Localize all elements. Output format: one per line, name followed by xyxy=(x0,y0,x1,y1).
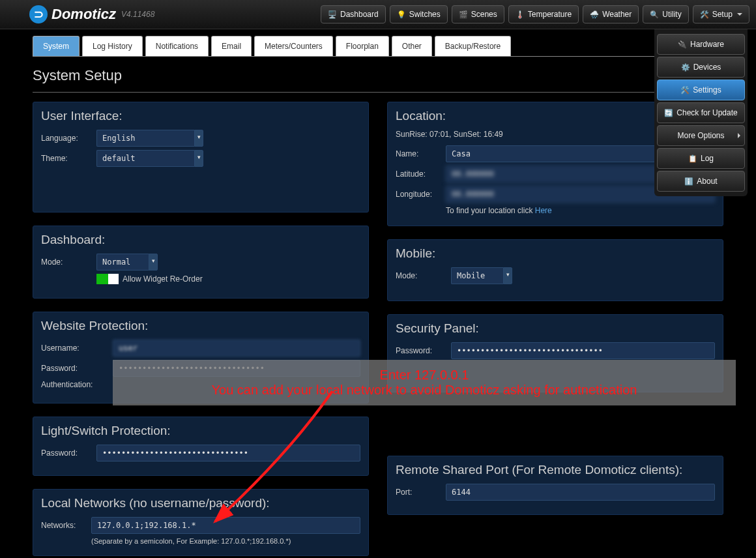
card-heading: Website Protection: xyxy=(41,319,360,333)
card-heading: Security Panel: xyxy=(396,321,715,336)
menu-hardware[interactable]: 🔌Hardware xyxy=(657,34,745,55)
hardware-icon: 🔌 xyxy=(678,40,687,49)
about-icon: ℹ️ xyxy=(684,177,693,186)
sec-password-input[interactable] xyxy=(451,342,715,359)
card-mobile: Mobile: Mode: ▾ xyxy=(387,239,723,301)
here-link[interactable]: Here xyxy=(535,206,552,215)
language-label: Language: xyxy=(41,134,96,143)
loc-hint: To find your location click xyxy=(446,206,535,215)
username-input[interactable] xyxy=(113,340,360,357)
card-heading: Light/Switch Protection: xyxy=(41,424,360,438)
menu-more-options[interactable]: More Options xyxy=(657,125,745,146)
networks-label: Networks: xyxy=(41,521,91,530)
tab-meters[interactable]: Meters/Counters xyxy=(254,36,333,56)
reorder-label: Allow Widget Re-Order xyxy=(123,274,203,284)
setup-icon: 🛠️ xyxy=(700,10,709,19)
tab-email[interactable]: Email xyxy=(211,36,252,56)
card-heading: Mobile: xyxy=(396,246,715,261)
dashboard-icon: 🖥️ xyxy=(328,10,337,19)
logo: ⊃ Domoticz V4.11468 xyxy=(29,5,154,23)
weather-icon: 🌧️ xyxy=(590,10,599,19)
tab-backup[interactable]: Backup/Restore xyxy=(435,36,511,56)
tab-bar: System Log History Notifications Email M… xyxy=(33,36,723,57)
lat-label: Latitude: xyxy=(396,169,446,179)
nav-scenes[interactable]: 🎬Scenes xyxy=(452,5,504,23)
chevron-down-icon[interactable]: ▾ xyxy=(194,150,203,167)
card-heading: Local Networks (no username/password): xyxy=(41,496,360,510)
theme-label: Theme: xyxy=(41,154,96,163)
settings-icon: 🛠️ xyxy=(680,86,690,95)
page-title: System Setup xyxy=(33,63,723,93)
app-name: Domoticz xyxy=(51,6,116,23)
menu-settings[interactable]: 🛠️Settings xyxy=(657,80,745,100)
app-version: V4.11468 xyxy=(121,10,154,19)
menu-about[interactable]: ℹ️About xyxy=(657,171,745,192)
networks-input[interactable] xyxy=(91,517,360,534)
reorder-toggle[interactable] xyxy=(96,274,119,284)
card-user-interface: User Interface: Language: ▾ Theme: ▾ xyxy=(33,102,369,213)
port-input[interactable] xyxy=(446,484,715,501)
tab-system[interactable]: System xyxy=(33,36,80,56)
card-local-networks: Local Networks (no username/password): N… xyxy=(33,489,369,556)
password-label: Password: xyxy=(41,364,113,373)
top-navbar: ⊃ Domoticz V4.11468 🖥️Dashboard 💡Switche… xyxy=(0,0,756,29)
tab-notifications[interactable]: Notifications xyxy=(145,36,209,56)
mobile-mode-label: Mode: xyxy=(396,271,451,280)
logo-icon: ⊃ xyxy=(29,5,48,23)
light-password-input[interactable] xyxy=(96,445,360,462)
username-label: Username: xyxy=(41,344,113,353)
nav-switches[interactable]: 💡Switches xyxy=(390,5,448,23)
card-heading: Remote Shared Port (For Remote Domoticz … xyxy=(396,463,715,477)
setup-dropdown: 🔌Hardware ⚙️Devices 🛠️Settings 🔄Check fo… xyxy=(654,29,748,196)
chevron-down-icon[interactable]: ▾ xyxy=(149,254,158,271)
tab-log-history[interactable]: Log History xyxy=(82,36,143,56)
tab-floorplan[interactable]: Floorplan xyxy=(336,36,389,56)
log-icon: 📋 xyxy=(688,154,697,163)
mobile-mode-select[interactable]: ▾ xyxy=(451,267,512,284)
port-label: Port: xyxy=(396,488,446,497)
scenes-icon: 🎬 xyxy=(459,10,468,19)
card-heading: Dashboard: xyxy=(41,233,360,247)
chevron-down-icon[interactable]: ▾ xyxy=(194,130,203,147)
card-remote-port: Remote Shared Port (For Remote Domoticz … xyxy=(387,456,723,515)
annotation-line1: Enter 127.0.0.1 xyxy=(380,368,469,383)
main-container: System Log History Notifications Email M… xyxy=(0,29,756,558)
language-select[interactable]: ▾ xyxy=(96,130,203,147)
card-dashboard: Dashboard: Mode: ▾ Allow Widget Re-Order xyxy=(33,226,369,299)
devices-icon: ⚙️ xyxy=(681,63,690,72)
chevron-down-icon[interactable]: ▾ xyxy=(503,267,512,284)
card-heading: User Interface: xyxy=(41,109,360,123)
networks-hint: (Separate by a semicolon, For Example: 1… xyxy=(91,537,360,545)
nav-setup[interactable]: 🛠️Setup xyxy=(693,5,749,23)
nav-utility[interactable]: 🔍Utility xyxy=(643,5,688,23)
utility-icon: 🔍 xyxy=(650,10,659,19)
card-light-protection: Light/Switch Protection: Password: xyxy=(33,417,369,476)
auth-label: Authentication: xyxy=(41,380,113,389)
password-label: Password: xyxy=(41,448,96,458)
top-nav-links: 🖥️Dashboard 💡Switches 🎬Scenes 🌡️Temperat… xyxy=(321,5,749,23)
menu-log[interactable]: 📋Log xyxy=(657,148,745,169)
nav-temperature[interactable]: 🌡️Temperature xyxy=(508,5,579,23)
switches-icon: 💡 xyxy=(397,10,406,19)
menu-check-update[interactable]: 🔄Check for Update xyxy=(657,102,745,123)
temperature-icon: 🌡️ xyxy=(516,10,525,19)
annotation-line2: You can add your local network to avoid … xyxy=(212,383,637,398)
chevron-right-icon xyxy=(738,133,740,138)
sec-pass-label: Password: xyxy=(396,346,451,355)
dashboard-mode-select[interactable]: ▾ xyxy=(96,254,158,271)
lon-label: Longitude: xyxy=(396,190,446,199)
nav-weather[interactable]: 🌧️Weather xyxy=(583,5,639,23)
menu-devices[interactable]: ⚙️Devices xyxy=(657,57,745,78)
tab-other[interactable]: Other xyxy=(392,36,432,56)
annotation-popup: Enter 127.0.0.1 You can add your local n… xyxy=(113,360,736,405)
nav-dashboard[interactable]: 🖥️Dashboard xyxy=(321,5,386,23)
theme-select[interactable]: ▾ xyxy=(96,150,203,167)
mode-label: Mode: xyxy=(41,257,96,267)
update-icon: 🔄 xyxy=(664,109,673,117)
chevron-down-icon xyxy=(737,13,742,16)
loc-name-label: Name: xyxy=(396,149,446,158)
